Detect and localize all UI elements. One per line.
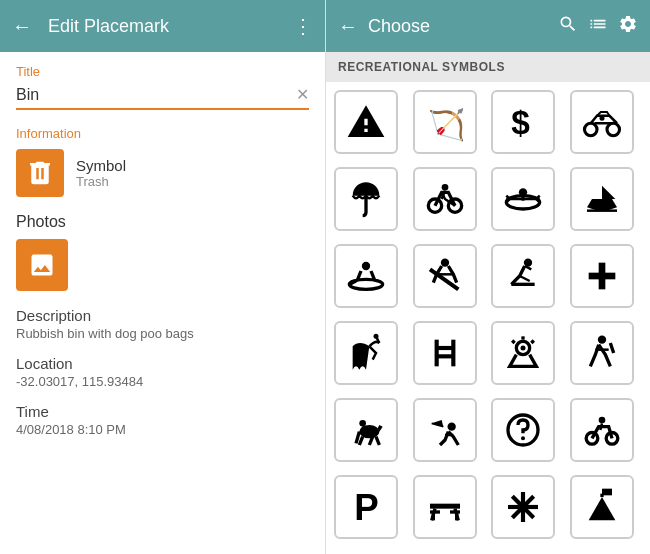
symbols-grid: 🏹 $	[326, 82, 650, 554]
symbol-question[interactable]	[491, 398, 555, 462]
description-section: Description Rubbish bin with dog poo bag…	[16, 307, 309, 341]
svg-point-9	[441, 184, 448, 191]
symbol-icon-box	[16, 149, 64, 197]
svg-rect-57	[602, 489, 612, 496]
svg-text:P: P	[354, 487, 378, 527]
left-header: ← Edit Placemark ⋮	[0, 0, 325, 52]
symbol-skiing[interactable]	[491, 244, 555, 308]
symbol-kayak[interactable]	[491, 167, 555, 231]
symbol-spotlight[interactable]	[491, 321, 555, 385]
time-section: Time 4/08/2018 8:10 PM	[16, 403, 309, 437]
svg-point-11	[519, 188, 527, 196]
more-icon[interactable]: ⋮	[293, 14, 313, 38]
settings-icon[interactable]	[618, 14, 638, 39]
svg-rect-21	[588, 273, 615, 280]
symbol-asterisk[interactable]	[491, 475, 555, 539]
svg-point-29	[521, 346, 526, 351]
symbol-row[interactable]: Symbol Trash	[16, 149, 309, 197]
search-icon[interactable]	[558, 14, 578, 39]
title-input-wrap: ✕	[16, 85, 309, 110]
title-input[interactable]	[16, 86, 296, 104]
symbol-horse-riding[interactable]	[334, 398, 398, 462]
svg-line-31	[512, 341, 515, 344]
svg-point-37	[447, 423, 455, 431]
symbol-text-wrap: Symbol Trash	[76, 157, 126, 189]
time-label: Time	[16, 403, 309, 420]
symbol-motorbike[interactable]	[570, 398, 634, 462]
symbol-hiker[interactable]	[570, 321, 634, 385]
svg-point-36	[359, 420, 366, 427]
location-section: Location -32.03017, 115.93484	[16, 355, 309, 389]
symbol-archery[interactable]: 🏹	[413, 90, 477, 154]
left-panel: ← Edit Placemark ⋮ Title ✕ Information S…	[0, 0, 325, 554]
symbol-shooting[interactable]	[413, 398, 477, 462]
title-label: Title	[16, 64, 309, 79]
information-section: Information Symbol Trash	[16, 126, 309, 197]
symbol-picnic-table[interactable]	[413, 475, 477, 539]
svg-text:$: $	[511, 104, 530, 141]
svg-point-15	[362, 262, 370, 270]
time-value: 4/08/2018 8:10 PM	[16, 422, 309, 437]
svg-point-4	[607, 123, 620, 136]
svg-point-40	[521, 436, 525, 440]
svg-line-34	[610, 343, 613, 353]
choose-title: Choose	[368, 16, 548, 37]
description-value: Rubbish bin with dog poo bags	[16, 326, 309, 341]
symbol-medical[interactable]	[570, 244, 634, 308]
location-label: Location	[16, 355, 309, 372]
svg-point-6	[599, 116, 604, 121]
photos-label: Photos	[16, 213, 309, 231]
description-label: Description	[16, 307, 309, 324]
symbol-name: Symbol	[76, 157, 126, 174]
svg-rect-45	[430, 504, 460, 509]
svg-point-43	[598, 417, 605, 424]
page-title-left: Edit Placemark	[48, 16, 293, 37]
symbol-rock-climbing[interactable]	[413, 244, 477, 308]
photos-section: Photos	[16, 213, 309, 291]
symbol-picnic[interactable]	[413, 321, 477, 385]
symbol-atv[interactable]	[570, 90, 634, 154]
section-header: RECREATIONAL SYMBOLS	[326, 52, 650, 82]
svg-text:🏹: 🏹	[428, 107, 465, 142]
symbol-parking[interactable]: P	[334, 475, 398, 539]
svg-point-3	[584, 123, 597, 136]
symbol-boat[interactable]	[570, 167, 634, 231]
symbol-warning[interactable]	[334, 90, 398, 154]
symbol-dollar[interactable]: $	[491, 90, 555, 154]
list-icon[interactable]	[588, 14, 608, 39]
right-panel: ← Choose RECREATIONAL SYMBOLS 🏹 $	[325, 0, 650, 554]
location-value: -32.03017, 115.93484	[16, 374, 309, 389]
symbol-cycling[interactable]	[413, 167, 477, 231]
symbol-fishing[interactable]	[334, 321, 398, 385]
svg-point-18	[440, 259, 448, 267]
information-label: Information	[16, 126, 309, 141]
right-header: ← Choose	[326, 0, 650, 52]
clear-icon[interactable]: ✕	[296, 85, 309, 104]
symbol-subtext: Trash	[76, 174, 126, 189]
back-icon-left[interactable]: ←	[12, 15, 32, 38]
symbol-rowing[interactable]	[334, 244, 398, 308]
svg-line-32	[531, 341, 534, 344]
svg-point-33	[597, 336, 605, 344]
svg-point-23	[374, 334, 379, 339]
symbol-tent-flag[interactable]	[570, 475, 634, 539]
symbol-umbrella[interactable]	[334, 167, 398, 231]
photo-thumbnail[interactable]	[16, 239, 68, 291]
left-content: Title ✕ Information Symbol Trash	[0, 52, 325, 554]
back-icon-right[interactable]: ←	[338, 15, 358, 38]
